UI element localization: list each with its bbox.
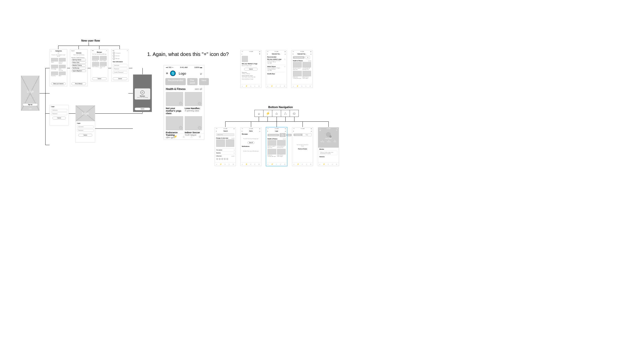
interest-chip[interactable]: Spinning Classes: [71, 59, 86, 61]
cancel-link[interactable]: Cancel: [71, 50, 74, 51]
grid-card[interactable]: Indoor Soccer Youth league: [302, 71, 311, 79]
info-icon[interactable]: ⓘ: [284, 66, 285, 67]
home-card[interactable]: Not your mother's yoga class: [268, 140, 276, 148]
username-field[interactable]: Username: [77, 125, 94, 128]
nav-bolt-icon[interactable]: ⚡: [271, 85, 273, 87]
nav-search-icon[interactable]: ⌕: [242, 85, 243, 87]
nav-cell-bolt[interactable]: ⚡: [263, 110, 272, 117]
nav-user-icon[interactable]: ☺: [233, 163, 234, 165]
find-event-link[interactable]: Find an Event: [292, 148, 313, 150]
search-icon[interactable]: ⌕: [311, 53, 311, 55]
userinfo-cta[interactable]: Submit: [113, 77, 127, 80]
see-all-link[interactable]: see all: [195, 88, 202, 90]
nav-cell-home[interactable]: ⌂: [272, 110, 281, 117]
back-icon[interactable]: ‹: [51, 50, 51, 52]
nav-group-icon[interactable]: ⛬: [279, 85, 281, 87]
grid-card[interactable]: Not your mother's yoga class: [293, 62, 302, 70]
event-submit[interactable]: Submit: [244, 68, 258, 71]
category-item[interactable]: Sports: [51, 58, 58, 64]
nav-user-icon[interactable]: ☺: [284, 163, 286, 165]
tab-all[interactable]: All: [305, 56, 310, 59]
nav-group-icon[interactable]: ⛬: [190, 135, 193, 138]
nav-user-icon[interactable]: ☺: [258, 163, 260, 165]
category-item[interactable]: Hospitality: [51, 72, 58, 76]
search-icon[interactable]: ⌕: [259, 130, 260, 132]
interests-cta[interactable]: Find a Meetup: [71, 82, 86, 85]
nav-home-icon[interactable]: ⌂: [250, 85, 251, 87]
nav-bolt-icon[interactable]: ⚡: [323, 163, 325, 165]
nav-home-icon[interactable]: ⌂: [276, 163, 277, 165]
login-link[interactable]: Log in: [21, 108, 39, 109]
nav-user-icon[interactable]: ☺: [284, 85, 285, 87]
nav-search-icon[interactable]: ⌕: [293, 85, 294, 87]
see-all-messages[interactable]: See all: [247, 142, 254, 144]
nav-group-icon[interactable]: ⛬: [228, 163, 230, 165]
chip-recommended[interactable]: Recommended: [165, 78, 186, 85]
plus-icon[interactable]: +: [267, 53, 268, 55]
nav-home-icon[interactable]: ⌂: [328, 163, 329, 165]
password-field[interactable]: Password: [51, 112, 67, 115]
home-tab[interactable]: Next: [286, 134, 292, 136]
nav-search-icon[interactable]: ⌕: [267, 85, 268, 87]
event-row[interactable]: ⓘ Indoor Soccer Center City Women's leag…: [267, 66, 285, 72]
chip-this-week[interactable]: This week: [187, 78, 198, 85]
search-icon[interactable]: ⌕: [285, 130, 286, 132]
username-field[interactable]: Username: [51, 109, 67, 112]
nav-bolt-icon[interactable]: ⚡: [297, 163, 299, 165]
plus-icon[interactable]: +: [216, 130, 217, 132]
category-item[interactable]: Technology: [51, 65, 58, 71]
feed-card[interactable]: Love Handles:A spinning class: [185, 92, 202, 115]
back-icon[interactable]: ‹: [242, 53, 242, 55]
nav-group-icon[interactable]: ⛬: [254, 85, 256, 87]
event-row[interactable]: Shuffle Race: [267, 73, 285, 75]
city-title[interactable]: Selected City ⌄: [297, 53, 307, 55]
nav-bolt-icon[interactable]: ⚡: [296, 85, 299, 87]
tab-upcoming[interactable]: Upcoming: [293, 134, 302, 136]
influencers-row[interactable]: Influencerssee all: [215, 154, 236, 157]
login-submit[interactable]: Submit: [78, 134, 92, 137]
search-input[interactable]: Search City: [216, 133, 234, 136]
see-all-link[interactable]: see all: [231, 138, 234, 139]
nav-group-icon[interactable]: ⛬: [280, 163, 281, 165]
tab-recommended[interactable]: Recommended: [293, 56, 305, 59]
event-row[interactable]: ⓘ Not your mother's yoga Center City you…: [267, 58, 285, 65]
category-item[interactable]: Urban Planning: [59, 65, 66, 71]
plus-icon[interactable]: +: [242, 130, 242, 132]
meetup-card[interactable]: Yoga for the soul: [100, 62, 107, 69]
nav-group-icon[interactable]: ⛬: [331, 163, 333, 165]
nav-search-icon[interactable]: ⌕: [242, 163, 243, 165]
interest-chip[interactable]: Yoga for Beginners: [71, 70, 86, 72]
meetup-card[interactable]: City Spinning: [92, 56, 99, 61]
chip-next[interactable]: Next: [199, 78, 209, 85]
nav-home-icon[interactable]: ⌂: [276, 85, 277, 87]
nav-home-icon[interactable]: ⌂: [301, 85, 302, 87]
category-item[interactable]: Health & Fitness: [59, 58, 66, 64]
nav-cell-group[interactable]: ⛬: [281, 110, 290, 117]
nav-bolt-icon[interactable]: ⚡: [220, 163, 222, 165]
nav-home-icon[interactable]: ⌂: [250, 163, 251, 165]
nav-home-icon[interactable]: ⌂: [224, 163, 225, 165]
search-icon[interactable]: ⌕: [311, 130, 312, 132]
plus-icon[interactable]: +: [267, 130, 268, 132]
city-title[interactable]: Selected City ⌄: [272, 53, 281, 55]
home-card[interactable]: Indoor Soccer Youth league: [277, 149, 286, 157]
add-photo-icon[interactable]: +: [329, 136, 331, 138]
feed-card[interactable]: Not your mother's yoga class: [166, 92, 183, 115]
your-groups-row[interactable]: Your groups›: [215, 148, 236, 151]
grid-card[interactable]: Love Handles: A spinning class: [302, 62, 311, 70]
meetups-cta[interactable]: Submit: [92, 77, 107, 80]
home-tab[interactable]: This week: [280, 133, 286, 137]
nav-home-icon[interactable]: ⌂: [302, 163, 303, 165]
edit-icon[interactable]: ✎: [336, 129, 337, 132]
nav-cell-user[interactable]: ☺: [290, 110, 298, 117]
search-icon[interactable]: ⌕: [285, 53, 286, 55]
see-all-link[interactable]: see all: [283, 138, 286, 140]
interest-chip[interactable]: Fitness Clubs: [71, 61, 86, 64]
signup-button[interactable]: Sign Up: [23, 103, 38, 106]
nav-bolt-icon[interactable]: ⚡: [245, 85, 248, 87]
nav-group-icon[interactable]: ⛬: [306, 163, 307, 165]
nav-bolt-icon[interactable]: ⚡: [174, 135, 177, 138]
member-card[interactable]: Not your mothers yoga class: 30 members …: [319, 151, 337, 155]
search-icon[interactable]: ⌕: [200, 72, 202, 75]
nav-search-icon[interactable]: ⌕: [268, 163, 269, 165]
